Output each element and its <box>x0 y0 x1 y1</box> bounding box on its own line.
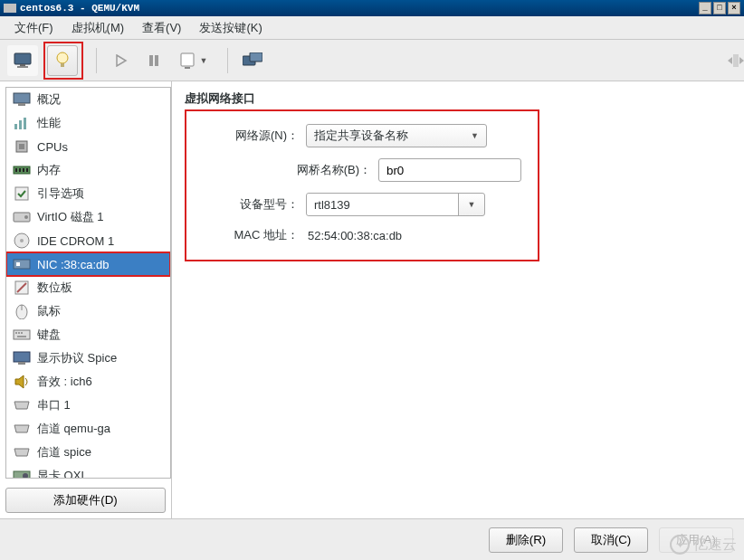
sidebar-item-16[interactable]: 显卡 QXL <box>6 464 170 479</box>
svg-rect-26 <box>26 168 28 172</box>
sidebar-item-label: 音效 : ich6 <box>37 374 92 390</box>
disk-icon <box>12 209 32 225</box>
bottom-action-bar: 删除(R) 取消(C) 应用(A) <box>0 518 744 560</box>
svg-rect-41 <box>21 332 23 334</box>
menu-file[interactable]: 文件(F) <box>5 16 62 40</box>
sidebar-item-1[interactable]: 性能 <box>6 111 170 135</box>
svg-rect-17 <box>14 124 17 129</box>
svg-marker-45 <box>15 375 24 388</box>
serial-icon <box>12 444 32 460</box>
svg-rect-4 <box>61 63 64 67</box>
add-hardware-button[interactable]: 添加硬件(D) <box>5 488 166 513</box>
pause-button[interactable] <box>138 45 169 76</box>
sidebar-item-label: CPUs <box>37 140 68 154</box>
side-handle-icon[interactable] <box>728 52 744 69</box>
svg-rect-24 <box>19 168 21 172</box>
remove-button[interactable]: 删除(R) <box>489 527 563 553</box>
menu-vm[interactable]: 虚拟机(M) <box>62 16 134 40</box>
chart-icon <box>12 115 32 131</box>
hardware-list[interactable]: 概况性能CPUs内存引导选项VirtIO 磁盘 1IDE CDROM 1NIC … <box>5 87 171 479</box>
minimize-button[interactable]: _ <box>699 2 711 14</box>
svg-rect-25 <box>23 168 24 172</box>
sidebar-item-2[interactable]: CPUs <box>6 135 170 158</box>
details-view-button[interactable] <box>47 45 78 76</box>
bridge-name-input[interactable] <box>378 158 521 182</box>
sidebar-item-0[interactable]: 概况 <box>6 88 170 111</box>
sidebar-item-9[interactable]: 鼠标 <box>6 299 170 323</box>
highlighted-detail-box: 网络源(N)： 指定共享设备名称 ▼ 网桥名称(B)： 设备型号： rtl813… <box>185 109 539 261</box>
keyboard-icon <box>12 327 32 343</box>
sidebar-item-label: 信道 qemu-ga <box>37 421 110 437</box>
sidebar-item-label: 性能 <box>37 115 61 131</box>
apply-button[interactable]: 应用(A) <box>659 527 733 553</box>
sidebar-item-label: 引导选项 <box>37 185 84 202</box>
toolbar-separator <box>96 48 97 73</box>
tablet-icon <box>12 280 32 296</box>
svg-rect-18 <box>19 120 22 129</box>
sidebar-item-label: NIC :38:ca:db <box>37 258 110 271</box>
menu-view[interactable]: 查看(V) <box>133 16 190 40</box>
highlighted-toolbar-group <box>43 42 83 80</box>
svg-rect-43 <box>14 352 30 362</box>
fullscreen-button[interactable] <box>237 45 268 76</box>
chevron-down-icon[interactable]: ▼ <box>459 200 484 209</box>
svg-rect-39 <box>15 332 17 334</box>
sidebar-item-15[interactable]: 信道 spice <box>6 441 170 464</box>
monitor-icon <box>12 91 32 108</box>
svg-rect-44 <box>18 362 25 365</box>
chevron-down-icon: ▼ <box>471 131 479 140</box>
sidebar-item-14[interactable]: 信道 qemu-ga <box>6 417 170 441</box>
serial-icon <box>12 421 32 437</box>
sound-icon <box>12 374 32 390</box>
menubar: 文件(F) 虚拟机(M) 查看(V) 发送按键(K) <box>0 16 744 40</box>
sidebar-item-13[interactable]: 串口 1 <box>6 394 170 417</box>
sidebar-item-label: 鼠标 <box>37 303 61 319</box>
close-button[interactable]: × <box>728 2 740 14</box>
play-icon <box>115 54 128 67</box>
maximize-button[interactable]: □ <box>713 2 726 14</box>
ram-icon <box>12 162 32 178</box>
svg-rect-6 <box>149 55 153 66</box>
shutdown-menu-button[interactable]: ▼ <box>171 45 216 76</box>
svg-point-29 <box>24 215 28 219</box>
svg-rect-1 <box>20 64 25 66</box>
run-button[interactable] <box>106 45 137 76</box>
sidebar-item-8[interactable]: 数位板 <box>6 276 170 299</box>
svg-point-47 <box>23 473 28 479</box>
device-model-combo[interactable]: rtl8139 ▼ <box>306 193 485 216</box>
sidebar-item-label: 内存 <box>37 162 61 178</box>
sidebar-item-label: IDE CDROM 1 <box>37 234 114 248</box>
svg-marker-5 <box>117 55 126 66</box>
sidebar-item-10[interactable]: 键盘 <box>6 323 170 346</box>
monitor-icon <box>14 52 32 69</box>
console-view-button[interactable] <box>7 45 38 76</box>
sidebar-item-7[interactable]: NIC :38:ca:db <box>6 252 170 276</box>
sidebar-item-3[interactable]: 内存 <box>6 158 170 182</box>
boot-icon <box>12 185 32 202</box>
sidebar-item-label: 键盘 <box>37 327 61 343</box>
svg-rect-15 <box>14 93 30 103</box>
mac-address-label: MAC 地址： <box>197 227 306 243</box>
svg-rect-11 <box>250 52 262 62</box>
network-source-value: 指定共享设备名称 <box>314 128 408 144</box>
window-title: centos6.3 - QEMU/KVM <box>20 3 139 14</box>
sidebar-item-label: 显示协议 Spice <box>37 350 117 366</box>
svg-rect-38 <box>14 330 30 339</box>
sidebar-item-11[interactable]: 显示协议 Spice <box>6 346 170 370</box>
sidebar-item-5[interactable]: VirtIO 磁盘 1 <box>6 205 170 229</box>
sidebar-item-label: 显卡 QXL <box>37 468 88 479</box>
power-box-icon <box>180 52 195 69</box>
network-source-combo[interactable]: 指定共享设备名称 ▼ <box>306 124 487 147</box>
window-icon <box>4 4 16 13</box>
menu-sendkeys[interactable]: 发送按键(K) <box>190 16 271 40</box>
cancel-button[interactable]: 取消(C) <box>574 527 648 553</box>
sidebar-item-label: 信道 spice <box>37 444 91 460</box>
svg-rect-33 <box>16 262 20 266</box>
sidebar-item-4[interactable]: 引导选项 <box>6 182 170 205</box>
detail-pane: 虚拟网络接口 网络源(N)： 指定共享设备名称 ▼ 网桥名称(B)： 设备型号：… <box>172 81 744 518</box>
svg-rect-16 <box>18 103 25 106</box>
lightbulb-icon <box>55 52 70 70</box>
svg-marker-14 <box>739 57 744 64</box>
sidebar-item-12[interactable]: 音效 : ich6 <box>6 370 170 394</box>
sidebar-item-6[interactable]: IDE CDROM 1 <box>6 229 170 252</box>
